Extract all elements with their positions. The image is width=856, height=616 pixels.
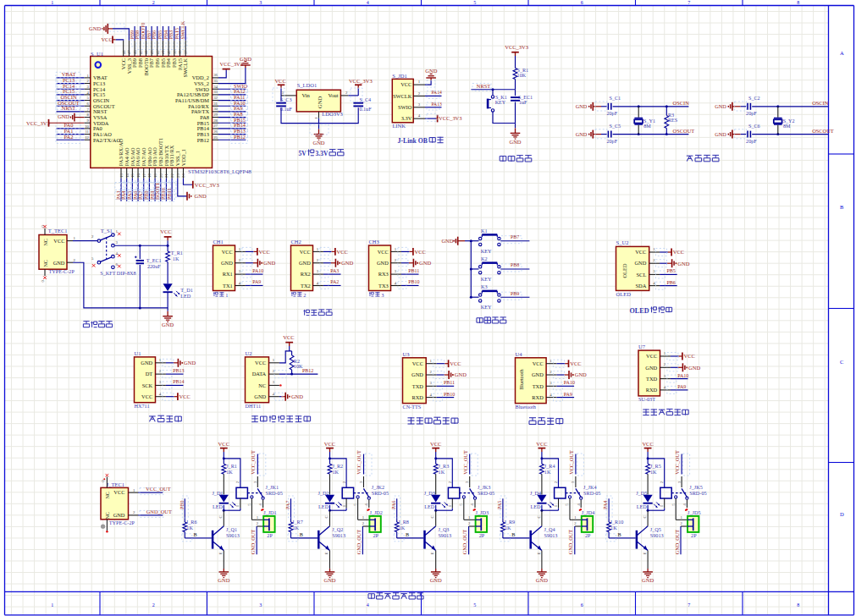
svg-text:VDD_1: VDD_1 bbox=[180, 149, 186, 166]
svg-text:GND: GND bbox=[419, 260, 431, 266]
svg-text:K3: K3 bbox=[481, 283, 488, 289]
svg-text:S_C5: S_C5 bbox=[610, 124, 621, 129]
svg-text:OSCIN: OSCIN bbox=[812, 100, 829, 106]
svg-text:8: 8 bbox=[797, 602, 799, 608]
svg-text:GND: GND bbox=[455, 371, 467, 377]
svg-text:S_R1: S_R1 bbox=[517, 68, 529, 73]
svg-text:10: 10 bbox=[85, 124, 89, 129]
svg-text:VCC: VCC bbox=[259, 249, 270, 255]
svg-text:SCK: SCK bbox=[142, 382, 153, 388]
svg-text:27: 27 bbox=[213, 124, 218, 128]
svg-text:VCC: VCC bbox=[378, 249, 389, 255]
svg-text:2P: 2P bbox=[373, 532, 379, 538]
svg-text:NC: NC bbox=[105, 512, 110, 519]
svg-text:17: 17 bbox=[142, 173, 146, 178]
svg-text:VCC: VCC bbox=[160, 228, 171, 234]
svg-text:KEY: KEY bbox=[481, 276, 492, 282]
svg-text:B: B bbox=[840, 204, 844, 210]
svg-text:PB12: PB12 bbox=[302, 368, 313, 373]
svg-text:U4: U4 bbox=[516, 351, 523, 357]
svg-text:PA5: PA5 bbox=[496, 501, 502, 509]
svg-text:CN-TTS: CN-TTS bbox=[403, 404, 422, 410]
svg-text:OLED: OLED bbox=[616, 291, 632, 297]
svg-text:R3: R3 bbox=[668, 113, 674, 118]
svg-text:S_K1: S_K1 bbox=[495, 95, 507, 100]
svg-text:C: C bbox=[537, 515, 541, 518]
svg-text:VCC: VCC bbox=[141, 393, 152, 399]
svg-text:1uF: 1uF bbox=[519, 100, 527, 105]
svg-text:PB6: PB6 bbox=[666, 280, 675, 285]
svg-text:GND: GND bbox=[141, 360, 152, 366]
svg-text:C: C bbox=[218, 515, 223, 518]
svg-text:GND: GND bbox=[575, 371, 587, 377]
svg-text:GND: GND bbox=[536, 577, 548, 583]
svg-text:S_Y1: S_Y1 bbox=[643, 118, 655, 124]
svg-text:T_TEC1: T_TEC1 bbox=[48, 228, 68, 234]
svg-text:LED: LED bbox=[213, 503, 224, 509]
svg-text:15: 15 bbox=[130, 173, 135, 178]
svg-text:NC: NC bbox=[43, 239, 48, 245]
svg-text:SRD-05: SRD-05 bbox=[478, 490, 494, 496]
svg-text:VCC_OUT: VCC_OUT bbox=[462, 450, 468, 475]
svg-text:PA13: PA13 bbox=[432, 102, 442, 107]
svg-text:VCC: VCC bbox=[684, 353, 695, 359]
svg-text:RXD: RXD bbox=[532, 394, 544, 400]
svg-text:GND: GND bbox=[645, 365, 657, 371]
svg-text:GND_OUT: GND_OUT bbox=[461, 530, 467, 554]
svg-text:NC: NC bbox=[43, 260, 48, 267]
svg-text:E: E bbox=[643, 552, 647, 554]
svg-text:S9013: S9013 bbox=[226, 532, 240, 538]
svg-text:SWIO: SWIO bbox=[398, 104, 412, 110]
svg-text:20pF: 20pF bbox=[607, 139, 618, 144]
svg-text:PA9: PA9 bbox=[677, 384, 686, 389]
svg-text:GND_OUT: GND_OUT bbox=[250, 530, 256, 554]
svg-text:7: 7 bbox=[688, 602, 690, 608]
svg-text:1K: 1K bbox=[173, 256, 179, 261]
svg-text:DHT11: DHT11 bbox=[246, 403, 262, 409]
svg-text:VCC: VCC bbox=[300, 249, 311, 255]
svg-text:RX2: RX2 bbox=[301, 271, 311, 277]
svg-text:VCC: VCC bbox=[400, 81, 411, 87]
svg-text:VCC_3V3: VCC_3V3 bbox=[26, 120, 50, 126]
svg-text:CH1: CH1 bbox=[213, 239, 224, 245]
svg-text:GND: GND bbox=[53, 260, 65, 266]
svg-text:E: E bbox=[430, 552, 434, 554]
svg-text:A: A bbox=[840, 50, 844, 56]
svg-text:U1: U1 bbox=[135, 350, 141, 356]
svg-text:GND: GND bbox=[299, 260, 311, 266]
svg-text:C: C bbox=[430, 515, 434, 518]
svg-text:38: 38 bbox=[178, 50, 182, 54]
svg-text:Bluetooth: Bluetooth bbox=[518, 368, 524, 389]
svg-text:PB11: PB11 bbox=[444, 380, 455, 385]
svg-text:45: 45 bbox=[139, 50, 143, 54]
svg-text:0.1uF: 0.1uF bbox=[360, 107, 373, 112]
svg-text:VCC: VCC bbox=[635, 249, 646, 255]
svg-text:RXD: RXD bbox=[411, 394, 423, 400]
svg-text:5: 5 bbox=[473, 602, 476, 608]
svg-text:8M: 8M bbox=[643, 124, 651, 129]
svg-text:J_D3: J_D3 bbox=[424, 490, 435, 496]
svg-text:VCC_3V3: VCC_3V3 bbox=[505, 44, 528, 50]
svg-text:6: 6 bbox=[581, 602, 583, 608]
svg-text:46: 46 bbox=[133, 50, 137, 54]
svg-text:1: 1 bbox=[51, 602, 53, 608]
svg-text:SWCLK: SWCLK bbox=[182, 58, 188, 78]
svg-text:2P: 2P bbox=[267, 532, 273, 538]
svg-text:44: 44 bbox=[144, 50, 148, 54]
svg-text:21: 21 bbox=[164, 173, 168, 178]
svg-text:OSCOUT: OSCOUT bbox=[673, 128, 695, 134]
svg-text:GND: GND bbox=[576, 131, 588, 137]
svg-text:J_D5: J_D5 bbox=[636, 490, 647, 496]
svg-text:OSCOUT: OSCOUT bbox=[812, 128, 834, 134]
svg-text:GND: GND bbox=[240, 56, 251, 62]
svg-text:PA2: PA2 bbox=[330, 279, 339, 284]
svg-text:PB9: PB9 bbox=[511, 291, 519, 296]
svg-text:GND: GND bbox=[58, 113, 69, 119]
svg-text:TYPE-C-2P: TYPE-C-2P bbox=[49, 268, 75, 274]
svg-text:PB12: PB12 bbox=[197, 137, 209, 143]
svg-text:J_D4: J_D4 bbox=[530, 490, 541, 496]
svg-text:GND: GND bbox=[323, 577, 335, 583]
svg-text:12: 12 bbox=[85, 135, 89, 140]
svg-text:VCC: VCC bbox=[430, 441, 441, 447]
svg-text:24: 24 bbox=[181, 173, 185, 178]
